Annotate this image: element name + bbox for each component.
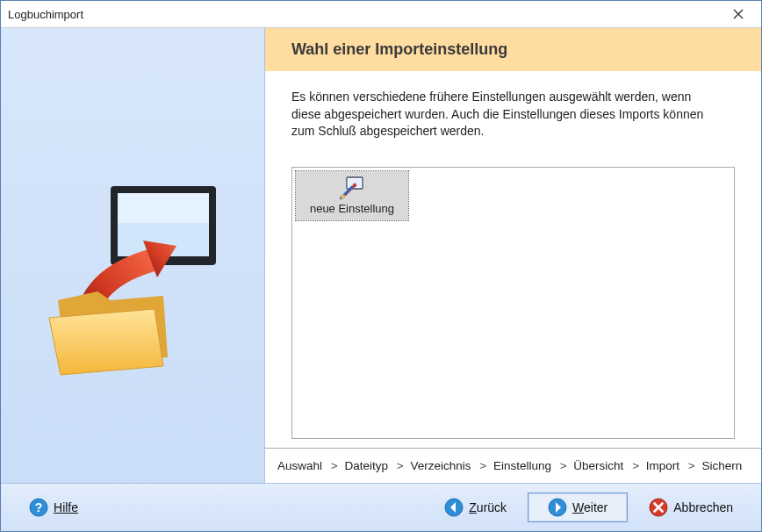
breadcrumb: Auswahl > Dateityp > Verzeichnis > Einst…	[265, 448, 761, 483]
settings-item-new[interactable]: neue Einstellung	[296, 171, 408, 220]
cancel-button[interactable]: Abbrechen	[636, 493, 745, 521]
wizard-window: Logbuchimport	[0, 0, 762, 532]
help-label: Hilfe	[54, 500, 78, 514]
arrow-left-icon	[444, 498, 464, 517]
cancel-label: Abbrechen	[673, 500, 733, 514]
breadcrumb-sep: >	[397, 459, 404, 472]
titlebar: Logbuchimport	[1, 1, 761, 28]
svg-text:?: ?	[35, 500, 43, 514]
breadcrumb-step: Sichern	[701, 459, 742, 472]
wizard-footer: ? Hilfe Zurück Weiter	[1, 483, 761, 531]
breadcrumb-step: Übersicht	[573, 459, 623, 472]
cancel-icon	[649, 498, 668, 517]
breadcrumb-sep: >	[688, 459, 695, 472]
side-illustration-panel	[1, 28, 265, 483]
svg-point-5	[353, 183, 356, 187]
back-label: Zurück	[469, 500, 507, 514]
close-button[interactable]	[721, 2, 756, 26]
new-setting-icon	[340, 176, 364, 199]
page-description: Es können verschiedene frühere Einstellu…	[291, 89, 722, 140]
breadcrumb-sep: >	[560, 459, 567, 472]
help-button[interactable]: ? Hilfe	[17, 493, 90, 521]
arrow-right-icon	[548, 498, 567, 517]
breadcrumb-sep: >	[632, 459, 639, 472]
settings-list[interactable]: neue Einstellung	[291, 167, 735, 439]
next-label: Weiter	[572, 500, 607, 514]
page-heading: Wahl einer Importeinstellung	[265, 28, 761, 71]
breadcrumb-step: Import	[646, 459, 679, 472]
back-button[interactable]: Zurück	[432, 493, 519, 521]
next-button[interactable]: Weiter	[528, 492, 628, 522]
breadcrumb-step: Einstellung	[493, 459, 551, 472]
window-title: Logbuchimport	[8, 8, 83, 21]
wizard-body: Wahl einer Importeinstellung Es können v…	[1, 28, 761, 483]
breadcrumb-step: Dateityp	[344, 459, 388, 472]
right-panel: Wahl einer Importeinstellung Es können v…	[265, 28, 761, 483]
close-icon	[733, 9, 744, 19]
breadcrumb-sep: >	[479, 459, 486, 472]
help-icon: ?	[29, 498, 48, 517]
page-content: Es können verschiedene frühere Einstellu…	[265, 71, 761, 448]
breadcrumb-step: Verzeichnis	[410, 459, 471, 472]
settings-item-label: neue Einstellung	[310, 202, 394, 215]
breadcrumb-sep: >	[331, 459, 338, 472]
breadcrumb-step: Auswahl	[277, 459, 322, 472]
